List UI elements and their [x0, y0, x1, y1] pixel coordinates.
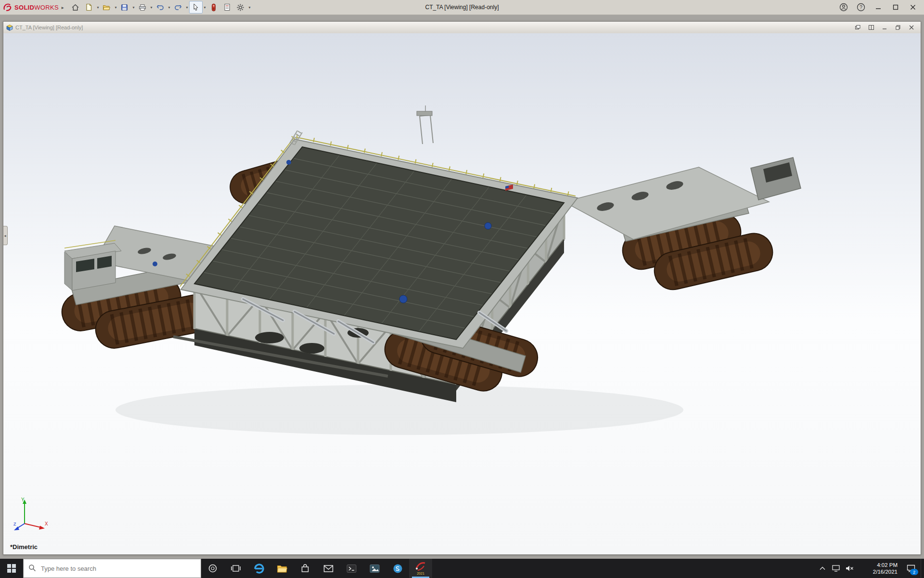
menu-expand-icon[interactable]: ▸: [62, 5, 64, 10]
open-dropdown-icon[interactable]: ▾: [114, 5, 118, 10]
redo-icon: [174, 4, 182, 11]
search-icon: [28, 564, 36, 572]
taskbar-search[interactable]: [23, 559, 201, 578]
taskbar-search-input[interactable]: [23, 559, 201, 578]
edge-icon: [254, 563, 264, 574]
options-gear-icon: [236, 3, 244, 12]
volume-muted-icon: [846, 565, 854, 572]
doc-close-button[interactable]: [905, 23, 918, 32]
undo-button[interactable]: [154, 1, 167, 13]
action-center-button[interactable]: 2: [901, 559, 921, 578]
taskbar-app-mail[interactable]: [317, 559, 340, 578]
brand-solid: SOLID: [14, 4, 34, 11]
ds-logo-icon: [3, 3, 13, 12]
chevron-up-icon: [820, 566, 825, 570]
account-button[interactable]: [835, 0, 852, 14]
crawler-transporter-model: [3, 33, 921, 554]
open-icon: [103, 4, 111, 11]
clock-date: 2/16/2021: [873, 568, 898, 575]
person-icon: [839, 3, 848, 12]
windows-logo-icon: [7, 564, 16, 573]
taskbar-clock[interactable]: 4:02 PM 2/16/2021: [856, 559, 901, 578]
save-button[interactable]: [118, 1, 131, 13]
panel-flyout-handle[interactable]: ◄: [3, 226, 8, 245]
print-dropdown-icon[interactable]: ▾: [149, 5, 154, 10]
new-document-button[interactable]: [82, 1, 96, 13]
taskbar-app-solidworks[interactable]: 2021: [409, 559, 432, 578]
photos-icon: [370, 564, 380, 573]
options-button[interactable]: [234, 1, 247, 13]
task-view-button[interactable]: [224, 559, 247, 578]
maximize-icon: [893, 4, 898, 10]
start-button[interactable]: [0, 559, 23, 578]
doc-minimize-button[interactable]: [878, 23, 891, 32]
file-properties-button[interactable]: [220, 1, 234, 13]
show-desktop-button[interactable]: [921, 559, 924, 578]
save-icon: [121, 4, 128, 11]
options-dropdown-icon[interactable]: ▾: [247, 5, 252, 10]
tray-volume-button[interactable]: [843, 559, 856, 578]
help-button[interactable]: ?: [853, 0, 869, 14]
file-explorer-icon: [277, 564, 287, 573]
new-document-dropdown-icon[interactable]: ▾: [96, 5, 100, 10]
undo-dropdown-icon[interactable]: ▾: [167, 5, 171, 10]
solidworks-logo[interactable]: SOLIDWORKS: [3, 3, 59, 12]
terminal-icon: [346, 564, 357, 573]
taskbar-app-terminal[interactable]: [340, 559, 363, 578]
minimize-icon: [875, 4, 881, 10]
view-orientation-label: *Dimetric: [10, 543, 38, 551]
doc-restore-icon: [896, 25, 900, 30]
maximize-button[interactable]: [887, 0, 904, 14]
rebuild-stoplight-icon: [211, 3, 216, 12]
document-title: CT_TA [Viewing] [Read-only]: [15, 25, 83, 30]
minimize-button[interactable]: [870, 0, 886, 14]
windows-taskbar: 2021 4:02 PM 2/16/2021 2: [0, 559, 924, 578]
open-button[interactable]: [100, 1, 114, 13]
document-window: CT_TA [Viewing] [Read-only]: [3, 21, 921, 555]
taskbar-app-edge[interactable]: [247, 559, 270, 578]
taskbar-app-store[interactable]: [294, 559, 317, 578]
axis-x-label: X: [45, 521, 48, 526]
axis-z-label: Z: [13, 522, 16, 526]
tile-windows-icon: [855, 25, 860, 30]
doc-restore-button[interactable]: [892, 23, 904, 32]
new-document-icon: [85, 3, 92, 11]
redo-button[interactable]: [171, 1, 185, 13]
graphics-viewport[interactable]: Y X Z *Dimetric ◄: [3, 33, 921, 554]
close-icon: [910, 4, 916, 10]
cortana-icon: [208, 564, 218, 573]
display-icon: [832, 565, 840, 572]
doc-tile-button-1[interactable]: [851, 23, 864, 32]
task-view-icon: [231, 564, 241, 573]
file-properties-icon: [224, 3, 231, 11]
home-icon: [71, 3, 79, 12]
solidworks-app-icon: [415, 560, 426, 572]
print-button[interactable]: [136, 1, 149, 13]
help-icon: ?: [857, 3, 865, 12]
action-center-badge: 2: [910, 569, 918, 575]
select-tool-button[interactable]: [189, 1, 203, 13]
svg-text:?: ?: [860, 5, 862, 10]
cortana-button[interactable]: [201, 559, 224, 578]
doc-minimize-icon: [882, 25, 887, 30]
print-icon: [139, 4, 146, 11]
close-button[interactable]: [905, 0, 921, 14]
doc-close-icon: [909, 25, 914, 30]
rebuild-button[interactable]: [207, 1, 220, 13]
cascade-windows-icon: [869, 25, 874, 30]
clock-time: 4:02 PM: [877, 562, 898, 568]
brand-works: WORKS: [34, 4, 59, 11]
save-dropdown-icon[interactable]: ▾: [131, 5, 136, 10]
document-titlebar[interactable]: CT_TA [Viewing] [Read-only]: [3, 22, 921, 34]
taskbar-app-skype[interactable]: [386, 559, 409, 578]
tray-display-button[interactable]: [829, 559, 843, 578]
redo-dropdown-icon[interactable]: ▾: [185, 5, 189, 10]
select-tool-dropdown-icon[interactable]: ▾: [203, 5, 207, 10]
taskbar-app-file-explorer[interactable]: [270, 559, 294, 578]
select-arrow-icon: [192, 3, 199, 11]
tray-chevron-button[interactable]: [816, 559, 829, 578]
home-button[interactable]: [69, 1, 82, 13]
taskbar-app-photos[interactable]: [363, 559, 386, 578]
doc-tile-button-2[interactable]: [865, 23, 877, 32]
axis-y-label: Y: [21, 497, 25, 502]
